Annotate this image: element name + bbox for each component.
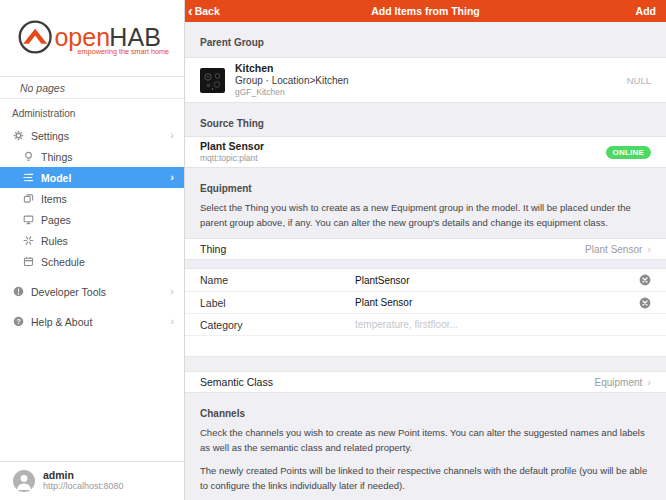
name-input[interactable]: [355, 275, 631, 286]
sidebar-item-label: Pages: [41, 214, 71, 226]
semantic-class-label: Semantic Class: [200, 376, 273, 388]
chevron-right-icon: ›: [647, 376, 651, 388]
source-thing-item[interactable]: Plant Sensor mqtt:topic:plant ONLINE: [185, 136, 666, 168]
form-spacer: [185, 335, 666, 356]
main-panel: Add Items from Thing ‹ Back Add Parent G…: [185, 0, 666, 500]
status-badge: ONLINE: [606, 146, 651, 159]
thing-row-value: Plant Sensor: [585, 244, 642, 255]
source-thing-uid: mqtt:topic:plant: [200, 153, 264, 164]
page-title: Add Items from Thing: [185, 5, 666, 17]
help-question-icon: ?: [13, 316, 24, 327]
category-input[interactable]: [355, 319, 666, 330]
sidebar-item-label: Help & About: [31, 316, 92, 328]
label-field-row: Label: [185, 291, 666, 313]
administration-section-label: Administration: [0, 99, 184, 125]
pages-monitor-icon: [23, 214, 34, 225]
parent-group-title: Parent Group: [200, 36, 651, 49]
semantic-class-row[interactable]: Semantic Class Equipment ›: [185, 371, 666, 393]
gear-icon: [13, 130, 24, 141]
user-account[interactable]: admin http://localhost:8080: [0, 461, 184, 500]
name-field-row: Name: [185, 269, 666, 291]
svg-text:?: ?: [16, 318, 20, 325]
clear-icon[interactable]: [639, 297, 651, 309]
openhab-logo: open HAB empowering the smart home: [0, 0, 184, 76]
navbar: Add Items from Thing ‹ Back Add: [185, 0, 666, 22]
no-pages-label: No pages: [0, 76, 184, 99]
source-thing-name: Plant Sensor: [200, 140, 264, 153]
kitchen-thumbnail: [200, 68, 225, 93]
sidebar-item-developer-tools[interactable]: Developer Tools ›: [0, 281, 184, 302]
avatar-icon: [13, 470, 35, 492]
sidebar: open HAB empowering the smart home No pa…: [0, 0, 185, 500]
channels-description-1: Check the channels you wish to create as…: [200, 425, 651, 455]
sidebar-item-label: Schedule: [41, 256, 85, 268]
model-tree-icon: [23, 172, 34, 183]
developer-tools-icon: [13, 286, 24, 297]
parent-group-item[interactable]: Kitchen Group · Location>Kitchen gGF_Kit…: [185, 57, 666, 103]
chevron-right-icon: ›: [170, 130, 184, 141]
chevron-right-icon: ›: [647, 243, 651, 255]
lightbulb-icon: [23, 151, 34, 162]
sidebar-gap: [0, 302, 184, 311]
sidebar-item-label: Model: [41, 172, 71, 184]
semantic-class-value: Equipment: [595, 377, 643, 388]
sidebar-item-label: Rules: [41, 235, 68, 247]
add-button[interactable]: Add: [636, 5, 656, 17]
name-field-label: Name: [200, 274, 355, 286]
category-field-row: Category: [185, 313, 666, 335]
parent-group-subtitle: Group · Location>Kitchen: [235, 75, 349, 87]
chevron-right-icon: ›: [170, 172, 184, 183]
sidebar-item-schedule[interactable]: Schedule: [0, 251, 184, 272]
sidebar-item-label: Items: [41, 193, 67, 205]
sidebar-item-model[interactable]: Model ›: [0, 167, 184, 188]
sidebar-item-rules[interactable]: Rules: [0, 230, 184, 251]
equipment-description: Select the Thing you wish to create as a…: [200, 200, 651, 230]
sidebar-item-label: Settings: [31, 130, 69, 142]
parent-group-id: gGF_Kitchen: [235, 87, 349, 98]
parent-group-state: NULL: [627, 75, 651, 86]
openhab-logo-icon: open HAB empowering the smart home: [12, 12, 172, 64]
sidebar-item-things[interactable]: Things: [0, 146, 184, 167]
parent-group-text: Kitchen Group · Location>Kitchen gGF_Kit…: [235, 62, 349, 98]
chevron-right-icon: ›: [170, 316, 184, 327]
chevron-left-icon: ‹: [188, 5, 193, 18]
equipment-title: Equipment: [200, 182, 651, 195]
sidebar-item-label: Developer Tools: [31, 286, 106, 298]
clear-icon[interactable]: [639, 274, 651, 286]
sidebar-item-help-about[interactable]: ? Help & About ›: [0, 311, 184, 332]
source-thing-title: Source Thing: [200, 117, 651, 130]
sidebar-item-settings[interactable]: Settings ›: [0, 125, 184, 146]
schedule-calendar-icon: [23, 256, 34, 267]
user-url: http://localhost:8080: [43, 481, 124, 492]
label-input[interactable]: [355, 297, 631, 308]
channels-description-2: The newly created Points will be linked …: [200, 463, 651, 493]
sidebar-gap: [0, 272, 184, 281]
sidebar-item-pages[interactable]: Pages: [0, 209, 184, 230]
back-label: Back: [195, 5, 220, 17]
rules-sparkle-icon: [23, 235, 34, 246]
sidebar-item-items[interactable]: Items: [0, 188, 184, 209]
item-details-form: Name Label Category: [185, 268, 666, 357]
thing-row-label: Thing: [200, 243, 226, 255]
parent-group-name: Kitchen: [235, 62, 349, 75]
category-field-label: Category: [200, 319, 355, 331]
content: Parent Group Kitchen Group · Location>Ki…: [185, 22, 666, 500]
thing-selector-row[interactable]: Thing Plant Sensor ›: [185, 238, 666, 260]
logo-tagline: empowering the smart home: [78, 47, 169, 56]
chevron-right-icon: ›: [170, 286, 184, 297]
label-field-label: Label: [200, 297, 355, 309]
user-name: admin: [43, 469, 124, 481]
back-button[interactable]: ‹ Back: [188, 5, 220, 18]
sidebar-item-label: Things: [41, 151, 73, 163]
items-copy-icon: [23, 193, 34, 204]
channels-title: Channels: [200, 407, 651, 420]
